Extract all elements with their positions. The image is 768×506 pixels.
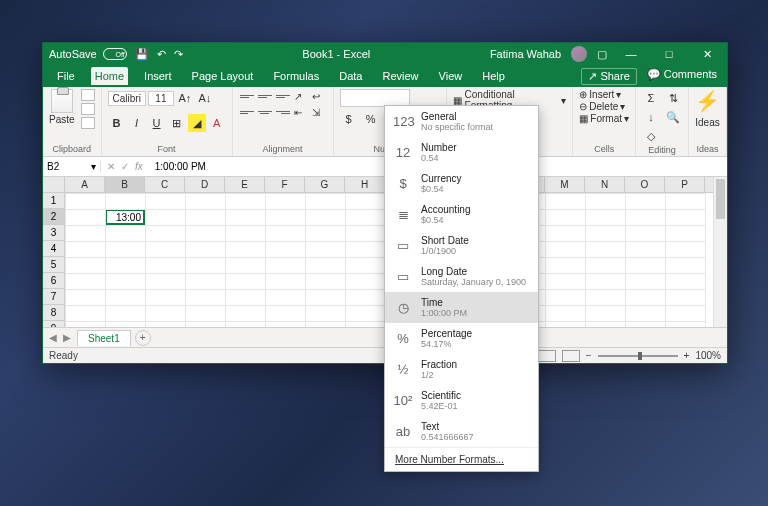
number-format-option-scientific[interactable]: 10²Scientific5.42E-01 — [385, 385, 538, 416]
column-header-P[interactable]: P — [665, 177, 705, 192]
zoom-level[interactable]: 100% — [695, 350, 721, 361]
clear-icon[interactable]: ◇ — [642, 127, 660, 145]
sheet-tab-1[interactable]: Sheet1 — [77, 330, 131, 346]
save-icon[interactable]: 💾 — [135, 48, 149, 61]
delete-cells-button[interactable]: ⊖Delete▾ — [579, 101, 629, 112]
tab-page-layout[interactable]: Page Layout — [188, 67, 258, 85]
number-format-option-general[interactable]: 123GeneralNo specific format — [385, 106, 538, 137]
percent-format-icon[interactable]: % — [362, 110, 380, 128]
column-header-D[interactable]: D — [185, 177, 225, 192]
user-name[interactable]: Fatima Wahab — [490, 48, 561, 60]
number-format-option-fraction[interactable]: ½Fraction1/2 — [385, 354, 538, 385]
column-header-A[interactable]: A — [65, 177, 105, 192]
column-header-B[interactable]: B — [105, 177, 145, 192]
tab-review[interactable]: Review — [378, 67, 422, 85]
tab-data[interactable]: Data — [335, 67, 366, 85]
row-header-5[interactable]: 5 — [43, 257, 65, 273]
orientation-icon[interactable]: ↗ — [293, 89, 309, 103]
format-painter-icon[interactable] — [81, 117, 95, 129]
font-size-select[interactable]: 11 — [148, 91, 174, 106]
autosave-toggle[interactable]: AutoSave Off — [49, 48, 127, 60]
font-color-button[interactable]: A — [208, 114, 226, 132]
maximize-button[interactable]: □ — [655, 48, 683, 60]
column-header-M[interactable]: M — [545, 177, 585, 192]
tab-home[interactable]: Home — [91, 67, 128, 85]
column-header-G[interactable]: G — [305, 177, 345, 192]
column-header-F[interactable]: F — [265, 177, 305, 192]
name-box[interactable]: B2 ▾ — [43, 161, 101, 172]
row-header-6[interactable]: 6 — [43, 273, 65, 289]
fx-icon[interactable]: fx — [135, 161, 143, 172]
insert-cells-button[interactable]: ⊕Insert▾ — [579, 89, 629, 100]
column-header-O[interactable]: O — [625, 177, 665, 192]
copy-icon[interactable] — [81, 103, 95, 115]
redo-icon[interactable]: ↷ — [174, 48, 183, 61]
format-cells-button[interactable]: ▦Format▾ — [579, 113, 629, 124]
number-format-option-time[interactable]: ◷Time1:00:00 PM — [385, 292, 538, 323]
increase-font-icon[interactable]: A↑ — [176, 89, 194, 107]
select-all-button[interactable] — [43, 177, 65, 192]
vertical-scrollbar[interactable] — [713, 177, 727, 327]
font-family-select[interactable]: Calibri — [108, 91, 146, 106]
row-header-4[interactable]: 4 — [43, 241, 65, 257]
cut-icon[interactable] — [81, 89, 95, 101]
add-sheet-button[interactable]: + — [135, 330, 151, 346]
page-break-view-icon[interactable] — [562, 350, 580, 362]
number-format-option-long-date[interactable]: ▭Long DateSaturday, January 0, 1900 — [385, 261, 538, 292]
decrease-indent-icon[interactable]: ⇤ — [293, 105, 309, 119]
scrollbar-thumb[interactable] — [716, 179, 725, 219]
merge-center-icon[interactable]: ⇲ — [311, 105, 327, 119]
page-layout-view-icon[interactable] — [538, 350, 556, 362]
column-header-N[interactable]: N — [585, 177, 625, 192]
fill-icon[interactable]: ↓ — [642, 108, 660, 126]
find-select-icon[interactable]: 🔍 — [664, 108, 682, 126]
sort-filter-icon[interactable]: ⇅ — [664, 89, 682, 107]
tab-scroll-right-icon[interactable]: ▶ — [63, 332, 71, 343]
row-header-8[interactable]: 8 — [43, 305, 65, 321]
decrease-font-icon[interactable]: A↓ — [196, 89, 214, 107]
comments-button[interactable]: 💬 Comments — [647, 68, 717, 85]
number-format-option-currency[interactable]: $Currency$0.54 — [385, 168, 538, 199]
zoom-out-button[interactable]: − — [586, 350, 592, 361]
ideas-button[interactable]: ⚡ Ideas — [695, 89, 720, 128]
undo-icon[interactable]: ↶ — [157, 48, 166, 61]
align-top-icon[interactable] — [239, 89, 255, 103]
align-middle-icon[interactable] — [257, 89, 273, 103]
cancel-formula-icon[interactable]: ✕ — [107, 161, 115, 172]
align-center-icon[interactable] — [257, 105, 273, 119]
borders-button[interactable]: ⊞ — [168, 114, 186, 132]
minimize-button[interactable]: — — [617, 48, 645, 60]
tab-insert[interactable]: Insert — [140, 67, 176, 85]
wrap-text-icon[interactable]: ↩ — [311, 89, 327, 103]
selected-cell[interactable]: 13:00 — [105, 209, 145, 225]
row-header-3[interactable]: 3 — [43, 225, 65, 241]
more-number-formats-button[interactable]: More Number Formats... — [385, 447, 538, 471]
column-header-E[interactable]: E — [225, 177, 265, 192]
zoom-in-button[interactable]: + — [684, 350, 690, 361]
currency-format-icon[interactable]: $ — [340, 110, 358, 128]
close-button[interactable]: ✕ — [693, 48, 721, 61]
tab-view[interactable]: View — [435, 67, 467, 85]
number-format-option-number[interactable]: 12Number0.54 — [385, 137, 538, 168]
number-format-option-percentage[interactable]: %Percentage54.17% — [385, 323, 538, 354]
align-left-icon[interactable] — [239, 105, 255, 119]
autosum-icon[interactable]: Σ — [642, 89, 660, 107]
ribbon-display-icon[interactable]: ▢ — [597, 48, 607, 61]
number-format-option-text[interactable]: abText0.541666667 — [385, 416, 538, 447]
share-button[interactable]: ↗ Share — [581, 68, 636, 85]
tab-file[interactable]: File — [53, 67, 79, 85]
tab-scroll-left-icon[interactable]: ◀ — [49, 332, 57, 343]
align-right-icon[interactable] — [275, 105, 291, 119]
tab-help[interactable]: Help — [478, 67, 509, 85]
tab-formulas[interactable]: Formulas — [269, 67, 323, 85]
bold-button[interactable]: B — [108, 114, 126, 132]
number-format-option-short-date[interactable]: ▭Short Date1/0/1900 — [385, 230, 538, 261]
enter-formula-icon[interactable]: ✓ — [121, 161, 129, 172]
zoom-slider[interactable] — [598, 355, 678, 357]
column-header-C[interactable]: C — [145, 177, 185, 192]
number-format-option-accounting[interactable]: ≣Accounting$0.54 — [385, 199, 538, 230]
align-bottom-icon[interactable] — [275, 89, 291, 103]
row-header-1[interactable]: 1 — [43, 193, 65, 209]
fill-color-button[interactable]: ◢ — [188, 114, 206, 132]
avatar[interactable] — [571, 46, 587, 62]
